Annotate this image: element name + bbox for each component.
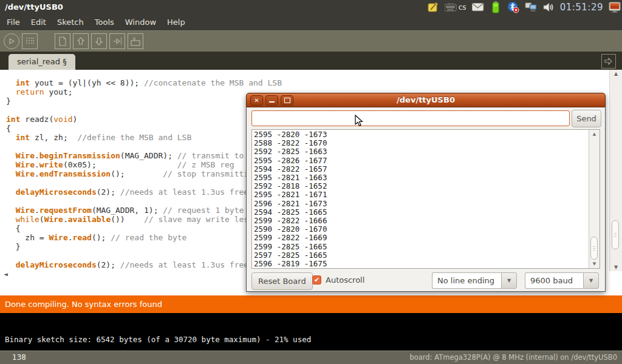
chevron-down-icon[interactable]: ▼ [501,272,517,289]
maximize-button[interactable] [281,95,293,106]
editor-scroll-thumb[interactable] [612,220,619,249]
maximize-icon [284,98,290,103]
save-sketch-button[interactable] [91,33,107,49]
clock[interactable]: 01:51:29 [560,2,603,13]
code-line [6,251,282,260]
code-line: return yout; [6,87,282,96]
serial-monitor-window: ✕ /dev/ttyUSB0 Send 2595 -2820 -16732588… [246,93,606,292]
serial-row: 2595 -2821 -1671 [254,190,327,199]
menu-window[interactable]: Window [120,15,162,30]
code-line: Wire.write(0x05); // z MSB reg [6,160,282,169]
notes-icon[interactable] [427,1,439,13]
code-line: Wire.beginTransmission(MAG_ADDR); // tra… [6,151,282,160]
serial-row: 2596 -2819 -1675 [254,260,327,268]
code-line: int readz(void) [6,115,282,124]
code-line [6,197,282,206]
keyboard-layout-indicator[interactable]: cs [445,1,466,13]
menu-sketch[interactable]: Sketch [52,15,89,30]
battery-icon[interactable] [490,1,502,13]
serial-rows: 2595 -2820 -16732588 -2822 -16702592 -28… [254,130,327,268]
screen: /dev/ttyUSB0 cs [0,0,622,364]
serial-row: 2594 -2822 -1657 [254,165,327,174]
scroll-down-icon[interactable]: ▼ [589,261,600,266]
serial-row: 2595 -2820 -1673 [254,130,327,139]
volume-icon[interactable] [542,1,555,13]
close-icon: ✕ [254,97,259,104]
serial-scroll-thumb[interactable] [590,237,598,260]
editor-vscrollbar[interactable]: ▲ ▼ [609,70,622,271]
baud-rate-select[interactable]: 9600 baud ▼ [525,272,599,289]
menubar: FileEditSketchToolsWindowHelp [0,15,622,30]
serial-monitor-button[interactable] [128,33,143,49]
serial-output[interactable]: 2595 -2820 -16732588 -2822 -16702592 -28… [251,129,600,269]
serial-row: 2592 -2825 -1663 [254,147,327,156]
scroll-up-icon[interactable]: ▲ [610,71,622,76]
status-bar: Done compiling. No syntax errors found [0,295,622,313]
code-line [6,106,282,115]
code-line: delayMicroseconds(2); //needs at least 1… [6,187,282,197]
serial-row: 2599 -2822 -1666 [254,217,327,225]
upload-button[interactable] [109,33,125,49]
tab-serial-read[interactable]: serial_read § [9,54,75,70]
serial-row: 2588 -2822 -1670 [254,139,327,147]
serial-monitor-title: /dev/ttyUSB0 [247,93,605,107]
scroll-down-icon[interactable]: ▼ [610,265,622,270]
close-button[interactable]: ✕ [250,95,263,106]
code-line: Wire.requestFrom(MAG_ADDR, 1); // reques… [6,206,282,215]
stop-button[interactable] [22,33,38,49]
active-window-title: /dev/ttyUSB0 [5,0,63,15]
toolbar [0,30,622,52]
status-message: Done compiling. No syntax errors found [0,295,622,313]
menu-edit[interactable]: Edit [26,15,52,30]
serial-monitor-titlebar[interactable]: ✕ /dev/ttyUSB0 [246,93,606,107]
serial-row: 2590 -2820 -1670 [254,225,327,234]
serial-row: 2599 -2822 -1669 [254,234,327,242]
serial-vscrollbar[interactable]: ▲ ▼ [589,130,600,268]
build-console: Binary sketch size: 6542 bytes (of a 307… [0,313,622,350]
send-button[interactable]: Send [572,110,601,127]
tab-bar: serial_read § [0,52,622,70]
code-line [6,178,282,187]
new-sketch-button[interactable] [55,33,70,49]
line-ending-value: No line ending [432,272,501,289]
footer-status-bar: 138 board: ATmega328P(A) @ 8 MHz (intern… [0,350,622,364]
tab-menu-button[interactable] [601,54,616,69]
verify-button[interactable] [4,33,19,49]
serial-monitor-body: Send 2595 -2820 -16732588 -2822 -1670259… [246,107,606,292]
serial-row: 2592 -2818 -1652 [254,182,327,190]
cursor-line-number: 138 [12,351,26,364]
minimize-button[interactable] [265,95,278,106]
serial-row: 2599 -2825 -1665 [254,243,327,251]
serial-row: 2594 -2825 -1665 [254,208,327,217]
menu-file[interactable]: File [1,15,26,30]
serial-row: 2596 -2821 -1673 [254,200,327,208]
top-panel: /dev/ttyUSB0 cs [0,0,622,15]
menu-help[interactable]: Help [162,15,191,30]
code-line: } [6,242,282,251]
baud-rate-value: 9600 baud [525,272,583,289]
chevron-down-icon[interactable]: ▼ [583,272,599,289]
minimize-icon [269,101,275,103]
mouse-cursor-icon [355,115,363,127]
reset-board-button[interactable]: Reset Board [251,272,313,290]
board-info: board: ATmega328P(A) @ 8 MHz (internal) … [409,351,617,364]
session-icon[interactable] [609,1,621,13]
code-line: { [6,124,282,133]
code-line: zh = Wire.read(); // read the byte [6,233,282,242]
network-icon[interactable] [525,1,537,13]
line-ending-select[interactable]: No line ending ▼ [432,272,517,289]
code-area[interactable]: int yout = (yl|(yh << 8)); //concatenate… [6,78,282,269]
autoscroll-checkbox[interactable]: ✔ [312,275,321,285]
open-sketch-button[interactable] [73,33,89,49]
keyboard-layout-label: cs [459,3,466,12]
code-line: Wire.endTransmission(); // stop transmit… [6,169,282,178]
mail-icon[interactable] [472,1,484,13]
console-output: Binary sketch size: 6542 bytes (of a 307… [5,335,311,344]
serial-input[interactable] [251,110,570,126]
serial-row: 2595 -2821 -1663 [254,174,327,182]
bluetooth-icon[interactable] [507,1,519,13]
scroll-up-icon[interactable]: ▲ [589,132,600,136]
hscroll-left-arrow[interactable]: ◄ [4,271,8,277]
keyboard-icon [445,1,457,13]
menu-tools[interactable]: Tools [89,15,120,30]
